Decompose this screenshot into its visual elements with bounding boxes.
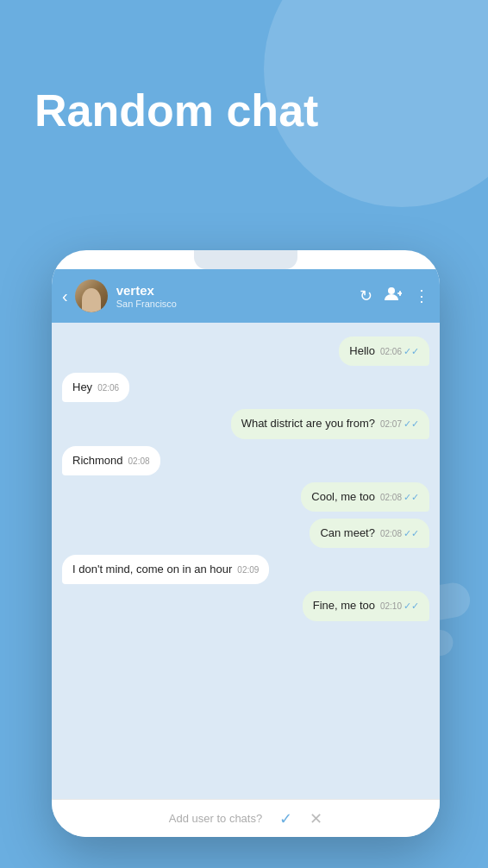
chat-bottom-bar: Add user to chats? ✓ ✕ — [52, 799, 440, 837]
phone-notch — [194, 250, 297, 269]
message-time: 02:07 — [380, 419, 402, 429]
confirm-button[interactable]: ✓ — [279, 809, 292, 828]
message-3: What district are you from?02:07✓✓ — [231, 409, 429, 438]
message-time: 02:09 — [237, 565, 259, 575]
avatar-figure — [82, 288, 101, 312]
read-receipts: ✓✓ — [404, 492, 419, 502]
phone-mockup: ‹ vertex San Francisco ↻ ⋮ — [52, 250, 440, 837]
message-text: Richmond — [72, 454, 123, 467]
message-5: Cool, me too02:08✓✓ — [301, 482, 429, 512]
add-user-icon[interactable] — [385, 286, 402, 306]
avatar-image — [75, 280, 108, 312]
read-receipts: ✓✓ — [404, 346, 419, 356]
message-text: I don't mind, come on in an hour — [72, 563, 232, 576]
chat-header: ‹ vertex San Francisco ↻ ⋮ — [52, 269, 440, 323]
more-options-icon[interactable]: ⋮ — [414, 286, 429, 305]
message-text: Cool, me too — [311, 490, 375, 503]
message-4: Richmond02:08 — [62, 446, 160, 475]
message-time: 02:06 — [380, 347, 402, 356]
contact-location: San Francisco — [116, 299, 360, 309]
read-receipts: ✓✓ — [404, 528, 419, 538]
back-button[interactable]: ‹ — [62, 286, 68, 306]
header-info: vertex San Francisco — [116, 283, 360, 309]
message-time: 02:08 — [380, 529, 402, 538]
bottom-prompt: Add user to chats? — [169, 812, 262, 825]
chat-body: Hello02:06✓✓Hey02:06What district are yo… — [52, 323, 440, 799]
avatar — [75, 280, 108, 312]
contact-name: vertex — [116, 283, 360, 299]
message-time: 02:08 — [128, 456, 150, 466]
message-6: Can meet?02:08✓✓ — [310, 519, 429, 548]
page-title: Random chat — [34, 86, 318, 135]
refresh-icon[interactable]: ↻ — [360, 286, 372, 305]
cancel-button[interactable]: ✕ — [310, 809, 322, 828]
message-8: Fine, me too02:10✓✓ — [303, 591, 429, 620]
message-text: Fine, me too — [313, 599, 375, 612]
message-1: Hello02:06✓✓ — [339, 337, 429, 366]
header-icons: ↻ ⋮ — [360, 286, 429, 306]
message-time: 02:08 — [380, 493, 402, 502]
message-time: 02:06 — [97, 383, 119, 393]
message-text: Can meet? — [320, 526, 375, 539]
message-text: Hey — [72, 381, 92, 393]
message-text: What district are you from? — [241, 417, 375, 430]
read-receipts: ✓✓ — [404, 601, 419, 611]
message-text: Hello — [349, 344, 375, 357]
message-time: 02:10 — [380, 601, 402, 611]
read-receipts: ✓✓ — [404, 418, 419, 429]
message-7: I don't mind, come on in an hour02:09 — [62, 555, 269, 584]
message-2: Hey02:06 — [62, 373, 129, 402]
svg-point-0 — [388, 287, 395, 294]
